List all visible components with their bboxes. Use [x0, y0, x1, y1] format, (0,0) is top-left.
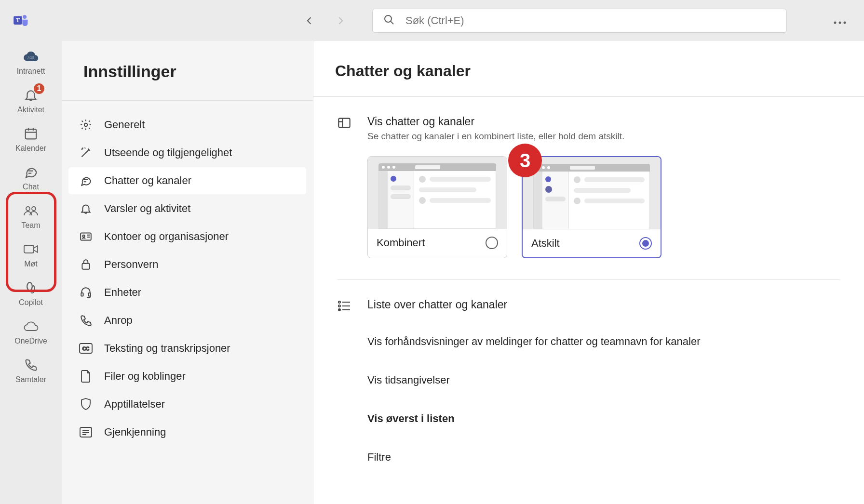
- rail-item-chat[interactable]: Chat: [7, 159, 55, 195]
- settings-item-label: Enheter: [104, 286, 141, 299]
- view-mode-heading: Vis chatter og kanaler: [367, 115, 840, 128]
- svg-point-3: [385, 15, 392, 22]
- cloud-icon: AGS: [22, 48, 40, 65]
- option-show-timestamps[interactable]: Vis tidsangivelser: [367, 374, 840, 386]
- option-show-previews[interactable]: Vis forhåndsvisninger av meldinger for c…: [367, 335, 840, 348]
- calendar-icon: [22, 125, 40, 142]
- settings-title: Innstillinger: [62, 41, 313, 101]
- settings-item-captions[interactable]: CC Teksting og transkripsjoner: [68, 335, 306, 362]
- search-input[interactable]: [405, 14, 776, 27]
- titlebar: T: [0, 0, 864, 41]
- svg-text:AGS: AGS: [27, 56, 34, 59]
- option-card-separate[interactable]: Atskilt: [522, 156, 662, 258]
- settings-item-label: Varsler og aktivitet: [104, 202, 190, 215]
- svg-point-12: [84, 123, 88, 127]
- svg-rect-11: [24, 245, 34, 253]
- shield-icon: [79, 398, 93, 411]
- rail-label: Team: [21, 221, 40, 230]
- settings-item-label: Apptillatelser: [104, 398, 165, 411]
- svg-point-22: [338, 301, 340, 303]
- settings-item-permissions[interactable]: Apptillatelser: [68, 391, 306, 418]
- layout-icon: [338, 115, 353, 142]
- svg-point-10: [32, 207, 36, 211]
- option-filters[interactable]: Filtre: [367, 451, 840, 464]
- svg-rect-17: [88, 293, 90, 296]
- svg-point-2: [23, 15, 27, 19]
- svg-point-6: [844, 21, 846, 24]
- rail-item-copilot[interactable]: Copilot: [7, 274, 55, 311]
- teams-logo-icon: T: [12, 11, 31, 30]
- rail-item-moet[interactable]: Møt: [7, 236, 55, 272]
- svg-rect-20: [80, 427, 92, 437]
- id-card-icon: [79, 230, 93, 243]
- rail-item-team[interactable]: Team: [7, 197, 55, 234]
- svg-point-23: [338, 305, 340, 307]
- rail-label: Samtaler: [15, 375, 46, 384]
- text-box-icon: [79, 425, 93, 439]
- option-show-top: Vis øverst i listen: [367, 412, 840, 425]
- rail-label: Chat: [23, 183, 39, 191]
- svg-rect-8: [26, 129, 37, 139]
- chat-bubble-icon: [79, 174, 93, 187]
- radio-combined[interactable]: [486, 237, 498, 249]
- chat-icon: [22, 163, 40, 181]
- option-separate-label: Atskilt: [531, 237, 560, 250]
- list-options-section: Liste over chatter og kanaler Vis forhån…: [313, 280, 864, 464]
- rail-label: Copilot: [19, 298, 43, 307]
- people-icon: [22, 202, 40, 219]
- rail-label: Intranett: [17, 67, 45, 76]
- settings-item-accounts[interactable]: Kontoer og organisasjoner: [68, 223, 306, 250]
- svg-rect-15: [82, 264, 89, 269]
- settings-item-label: Generelt: [104, 119, 145, 131]
- settings-item-recognition[interactable]: Gjenkjenning: [68, 419, 306, 446]
- settings-item-label: Filer og koblinger: [104, 370, 186, 383]
- onedrive-icon: [22, 318, 40, 335]
- option-card-combined[interactable]: Kombinert: [367, 156, 507, 258]
- cc-icon: CC: [79, 342, 93, 355]
- lock-icon: [79, 258, 93, 271]
- option-combined-label: Kombinert: [377, 237, 425, 249]
- video-icon: [22, 240, 40, 258]
- settings-item-files[interactable]: Filer og koblinger: [68, 363, 306, 390]
- gear-icon: [79, 118, 93, 132]
- svg-point-24: [338, 309, 340, 311]
- svg-rect-16: [81, 293, 83, 296]
- forward-button[interactable]: [330, 10, 351, 31]
- file-icon: [79, 370, 93, 383]
- settings-item-label: Teksting og transkripsjoner: [104, 342, 230, 355]
- settings-item-notifications[interactable]: Varsler og aktivitet: [68, 195, 306, 222]
- settings-item-general[interactable]: Generelt: [68, 111, 306, 138]
- back-button[interactable]: [299, 10, 320, 31]
- annotation-number-badge: 3: [508, 144, 542, 177]
- copilot-icon: [22, 279, 40, 296]
- rail-label: Møt: [24, 260, 38, 268]
- settings-item-devices[interactable]: Enheter: [68, 279, 306, 306]
- rail-item-kalender[interactable]: Kalender: [7, 120, 55, 157]
- wand-icon: [79, 146, 93, 159]
- search-icon: [383, 14, 395, 27]
- settings-item-appearance[interactable]: Utseende og tilgjengelighet: [68, 139, 306, 166]
- settings-item-label: Anrop: [104, 314, 133, 327]
- rail-item-onedrive[interactable]: OneDrive: [7, 313, 55, 349]
- radio-separate[interactable]: [639, 237, 652, 250]
- svg-point-4: [834, 21, 837, 24]
- settings-item-calls[interactable]: Anrop: [68, 307, 306, 334]
- main-area: AGS Intranett 1 Aktivitet Kalender Chat: [0, 41, 864, 504]
- settings-item-chats-channels[interactable]: Chatter og kanaler: [68, 167, 306, 194]
- activity-badge: 1: [33, 82, 45, 95]
- list-icon: [338, 299, 353, 314]
- preview-combined: [368, 157, 507, 229]
- search-box[interactable]: [372, 9, 787, 33]
- settings-sidebar: Innstillinger Generelt Utseende og tilgj…: [62, 41, 313, 504]
- settings-list: Generelt Utseende og tilgjengelighet Cha…: [62, 101, 313, 456]
- more-button[interactable]: [827, 9, 852, 32]
- svg-text:T: T: [16, 17, 20, 24]
- list-heading: Liste over chatter og kanaler: [367, 298, 507, 311]
- rail-item-samtaler[interactable]: Samtaler: [7, 351, 55, 388]
- settings-item-privacy[interactable]: Personvern: [68, 251, 306, 278]
- rail-item-aktivitet[interactable]: 1 Aktivitet: [7, 81, 55, 118]
- rail-item-intranett[interactable]: AGS Intranett: [7, 43, 55, 80]
- svg-point-5: [839, 21, 841, 24]
- headset-icon: [79, 286, 93, 299]
- preview-separate: [523, 157, 661, 229]
